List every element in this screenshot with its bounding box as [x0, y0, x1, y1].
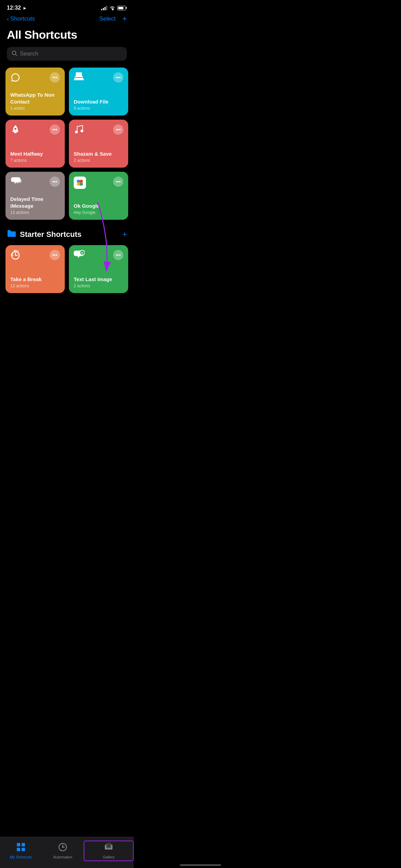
shortcut-card-whatsapp[interactable]: ••• WhatsApp To Non Contact 1 action [5, 68, 65, 116]
shortcut-actions-whatsapp: 1 action [10, 106, 60, 111]
shortcut-actions-meet: 7 actions [10, 158, 60, 163]
svg-rect-4 [76, 72, 82, 76]
more-button-whatsapp[interactable]: ••• [50, 72, 60, 83]
shortcut-actions-okgoogle: Hey Google [74, 210, 123, 215]
search-input[interactable] [20, 50, 122, 57]
signal-icon [101, 6, 107, 10]
svg-point-12 [80, 182, 83, 186]
starter-section-header: Starter Shortcuts + [0, 227, 134, 245]
shortcut-name-meet: Meet Halfway [10, 150, 60, 157]
more-button-takebreak[interactable]: ••• [50, 250, 60, 260]
add-shortcut-button[interactable]: + [122, 14, 127, 23]
more-button-delayed[interactable]: ••• [50, 177, 60, 187]
more-button-textlast[interactable]: ••• [113, 250, 123, 260]
download-icon [74, 72, 84, 84]
status-bar: 12:32 ► [0, 0, 134, 13]
nav-bar: ‹ Shortcuts Select + [0, 13, 134, 26]
shortcut-card-meet[interactable]: ••• Meet Halfway 7 actions [5, 120, 65, 168]
more-button-shazam[interactable]: ••• [113, 124, 123, 135]
rocket-icon [10, 124, 21, 137]
shortcut-actions-takebreak: 13 actions [10, 284, 60, 288]
shortcut-name-okgoogle: Ok Google [74, 203, 123, 209]
timer-icon [10, 250, 21, 263]
folder-icon [7, 229, 16, 240]
wifi-icon [109, 6, 115, 10]
svg-text:+: + [81, 251, 83, 255]
svg-point-7 [75, 131, 78, 133]
shortcut-card-takebreak[interactable]: ••• Take a Break 13 actions [5, 245, 65, 293]
svg-point-6 [14, 128, 16, 130]
shortcut-card-shazam[interactable]: ••• Shazam & Save 2 actions [69, 120, 128, 168]
svg-rect-3 [74, 79, 84, 80]
svg-line-1 [15, 54, 17, 56]
more-button-okgoogle[interactable]: ••• [113, 177, 123, 187]
shortcut-card-textlast[interactable]: + ••• Text Last Image 2 actions [69, 245, 128, 293]
shortcut-name-textlast: Text Last Image [74, 276, 123, 283]
shortcut-card-download[interactable]: ••• Download File 9 actions [69, 68, 128, 116]
nav-actions: Select + [99, 14, 127, 23]
textplus-icon: + [74, 250, 85, 263]
shortcut-actions-download: 9 actions [74, 106, 123, 111]
shortcuts-grid: ••• WhatsApp To Non Contact 1 action ••• [0, 68, 134, 220]
svg-rect-5 [75, 76, 83, 77]
shortcut-name-shazam: Shazam & Save [74, 150, 123, 157]
whatsapp-icon [10, 72, 21, 85]
svg-point-8 [81, 130, 83, 132]
location-icon: ► [23, 5, 27, 11]
google-icon [74, 177, 86, 189]
starter-shortcuts-grid: ••• Take a Break 13 actions + ••• [0, 245, 134, 293]
status-time: 12:32 [7, 5, 21, 11]
select-button[interactable]: Select [99, 15, 116, 22]
search-bar[interactable] [7, 47, 127, 61]
music-icon [74, 124, 83, 137]
battery-icon [117, 6, 127, 10]
imessage-icon [10, 177, 22, 189]
shortcut-name-takebreak: Take a Break [10, 276, 60, 283]
shortcut-actions-textlast: 2 actions [74, 284, 123, 288]
more-button-download[interactable]: ••• [113, 72, 123, 83]
add-starter-button[interactable]: + [122, 230, 127, 239]
starter-section-title: Starter Shortcuts [20, 230, 82, 239]
back-label: Shortcuts [10, 15, 35, 22]
shortcut-actions-shazam: 2 actions [74, 158, 123, 163]
status-right [101, 6, 127, 10]
shortcut-name-whatsapp: WhatsApp To Non Contact [10, 92, 60, 105]
svg-rect-2 [74, 78, 83, 79]
more-button-meet[interactable]: ••• [50, 124, 60, 135]
back-chevron-icon: ‹ [7, 15, 9, 23]
search-icon [12, 50, 17, 57]
page-title: All Shortcuts [0, 26, 134, 47]
shortcut-name-download: Download File [74, 98, 123, 105]
shortcut-card-okgoogle[interactable]: ••• Ok Google Hey Google [69, 172, 128, 220]
shortcut-card-delayed[interactable]: ••• Delayed Time iMessage 13 actions [5, 172, 65, 220]
shortcut-name-delayed: Delayed Time iMessage [10, 196, 60, 209]
back-button[interactable]: ‹ Shortcuts [7, 15, 35, 23]
shortcut-actions-delayed: 13 actions [10, 210, 60, 215]
